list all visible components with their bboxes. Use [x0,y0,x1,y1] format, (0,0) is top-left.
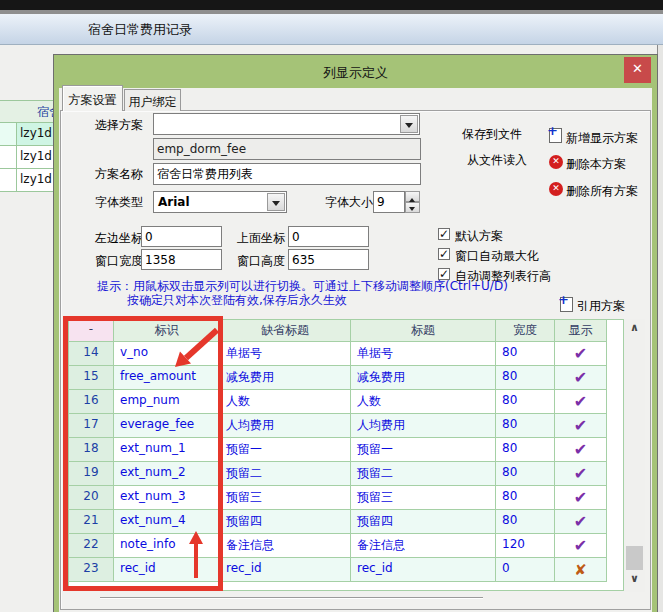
scroll-up-icon[interactable] [624,321,645,339]
visible-cross-icon [555,558,607,582]
divider [100,597,483,599]
visible-check-icon [555,390,607,414]
grid-cell-identifier: ext_num_3 [114,486,220,510]
save-to-file-button[interactable]: 保存到文件 [462,126,522,143]
visible-check-icon [555,342,607,366]
grid-cell-title: 减免费用 [351,366,496,390]
spin-up-icon[interactable] [405,191,420,202]
scheme-name-label: 方案名称 [95,166,143,183]
grid-header-width[interactable]: 宽度 [496,320,555,342]
chevron-down-icon[interactable] [400,115,418,133]
grid-cell-width: 80 [496,414,555,438]
grid-row[interactable]: 16emp_num人数人数80 [69,390,623,414]
chevron-down-icon[interactable] [267,193,285,211]
grid-cell-default-title: 单据号 [220,342,351,366]
grid-header-identifier[interactable]: 标识 [114,320,220,342]
grid-header-title[interactable]: 标题 [351,320,496,342]
grid-cell-width: 80 [496,390,555,414]
top-coord-input[interactable] [288,226,369,247]
grid-row[interactable]: 22note_info备注信息备注信息120 [69,534,623,558]
auto-maximize-checkbox[interactable] [438,248,450,260]
visible-check-icon [555,462,607,486]
grid-row[interactable]: 19ext_num_2预留二预留二80 [69,462,623,486]
font-size-label: 字体大小 [325,194,373,211]
grid-row[interactable]: 17everage_fee人均费用人均费用80 [69,414,623,438]
grid-cell-title: 单据号 [351,342,496,366]
window-width-input[interactable] [141,249,222,270]
reference-scheme-button[interactable]: 引用方案 [577,298,625,315]
delete-all-schemes-button[interactable]: 删除所有方案 [566,183,638,200]
visible-check-icon [555,438,607,462]
grid-cell-identifier: note_info [114,534,220,558]
window-height-label: 窗口高度 [237,253,285,270]
scheme-code-field: emp_dorm_fee [153,138,421,160]
grid-cell-default-title: 人数 [220,390,351,414]
visible-check-icon [555,534,607,558]
grid-cell-identifier: emp_num [114,390,220,414]
grid-row[interactable]: 18ext_num_1预留一预留一80 [69,438,623,462]
grid-cell-identifier: v_no [114,342,220,366]
grid-cell-num: 19 [69,462,114,486]
left-coord-label: 左边坐标 [95,230,143,247]
grid-row[interactable]: 23rec_idrec_idrec_id0 [69,558,623,582]
visible-check-icon [555,414,607,438]
default-scheme-checkbox[interactable] [438,228,450,240]
grid-header-row: - 标识 缺省标题 标题 宽度 显示 [69,320,623,342]
grid-cell-width: 80 [496,462,555,486]
grid-row[interactable]: 20ext_num_3预留三预留三80 [69,486,623,510]
grid-cell-width: 120 [496,534,555,558]
grid-cell-num: 16 [69,390,114,414]
grid-row[interactable]: 21ext_num_4预留四预留四80 [69,510,623,534]
new-scheme-button[interactable]: 新增显示方案 [566,130,638,147]
tip-line2: 按确定只对本次登陆有效,保存后永久生效 [127,292,347,309]
grid-body: 14v_no单据号单据号8015free_amount减免费用减免费用8016e… [69,342,623,582]
grid-cell-title: 人均费用 [351,414,496,438]
grid-cell-default-title: 预留四 [220,510,351,534]
grid-cell-width: 80 [496,510,555,534]
grid-cell-title: rec_id [351,558,496,582]
scroll-down-icon[interactable] [624,572,645,590]
spin-down-icon[interactable] [405,202,420,213]
grid-cell-num: 18 [69,438,114,462]
scheme-name-input[interactable] [153,163,421,185]
grid-cell-default-title: 预留二 [220,462,351,486]
tab-user-binding[interactable]: 用户绑定 [124,89,181,111]
visible-check-icon [555,486,607,510]
tab-scheme-settings[interactable]: 方案设置 [62,85,123,111]
grid-header-num[interactable]: - [69,320,114,342]
read-from-file-button[interactable]: 从文件读入 [467,152,527,169]
font-size-input[interactable] [373,191,405,213]
grid-cell-num: 20 [69,486,114,510]
grid-cell-default-title: rec_id [220,558,351,582]
font-type-combobox[interactable]: Arial [153,191,287,213]
screen: 宿舍日常费用记录 宿舍 lzy1d lzy1d lzy1d 列显示定义 方案设置… [0,0,663,612]
grid-cell-default-title: 减免费用 [220,366,351,390]
select-scheme-combobox[interactable] [153,113,420,135]
default-scheme-label: 默认方案 [455,228,503,245]
reference-scheme-icon [560,297,573,312]
font-size-stepper [405,191,420,213]
grid-header-display[interactable]: 显示 [555,320,607,342]
delete-scheme-button[interactable]: 删除本方案 [566,156,626,173]
grid-cell-width: 80 [496,366,555,390]
grid-cell-title: 预留一 [351,438,496,462]
left-coord-input[interactable] [141,226,222,247]
grid-cell-num: 23 [69,558,114,582]
grid-cell-identifier: free_amount [114,366,220,390]
grid-cell-num: 17 [69,414,114,438]
grid-cell-identifier: everage_fee [114,414,220,438]
grid-cell-title: 预留四 [351,510,496,534]
top-coord-label: 上面坐标 [237,230,285,247]
grid-cell-identifier: ext_num_4 [114,510,220,534]
font-type-label: 字体类型 [95,194,143,211]
window-height-input[interactable] [288,249,369,270]
grid-row[interactable]: 15free_amount减免费用减免费用80 [69,366,623,390]
grid-scrollbar[interactable] [624,319,645,592]
grid-header-default-title[interactable]: 缺省标题 [220,320,351,342]
grid-cell-title: 人数 [351,390,496,414]
delete-all-icon [549,182,563,196]
column-grid: - 标识 缺省标题 标题 宽度 显示 14v_no单据号单据号8015free_… [68,319,624,591]
scrollbar-thumb[interactable] [626,546,643,570]
grid-row[interactable]: 14v_no单据号单据号80 [69,342,623,366]
grid-cell-identifier: ext_num_2 [114,462,220,486]
